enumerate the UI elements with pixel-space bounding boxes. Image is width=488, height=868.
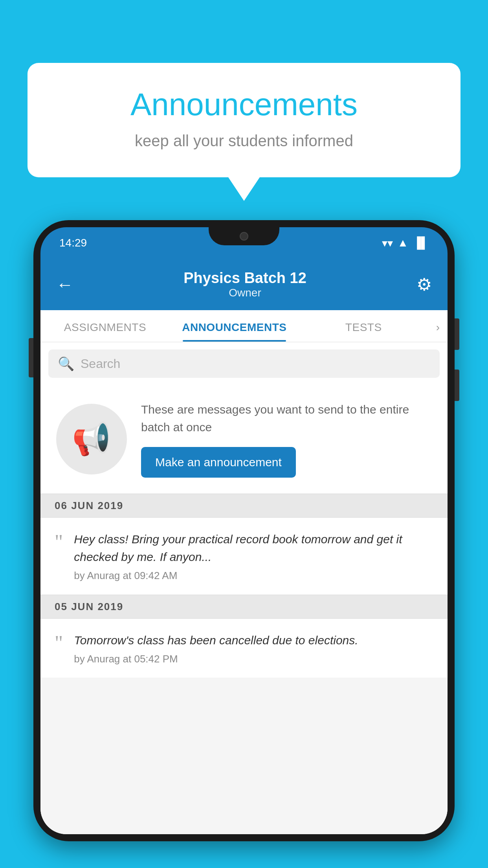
volume-button xyxy=(29,338,33,377)
wifi-icon: ▾▾ xyxy=(382,237,393,250)
content-area: 🔍 Search 📢 These are messages you want t… xyxy=(40,342,448,834)
announcement-item-2: " Tomorrow's class has been cancelled du… xyxy=(40,619,448,678)
header-title-group: Physics Batch 12 Owner xyxy=(73,270,416,299)
speech-bubble-subtitle: keep all your students informed xyxy=(59,132,429,150)
speech-bubble-container: Announcements keep all your students inf… xyxy=(28,63,460,201)
tab-tests[interactable]: TESTS xyxy=(299,310,428,342)
status-time: 14:29 xyxy=(59,237,87,249)
search-placeholder: Search xyxy=(81,357,120,371)
signal-icon: ▲ xyxy=(398,237,409,249)
app-header: ← Physics Batch 12 Owner ⚙ xyxy=(40,259,448,310)
announcement-meta-2: by Anurag at 05:42 PM xyxy=(74,653,433,665)
power-button-bottom xyxy=(455,370,459,401)
announcement-message-2: Tomorrow's class has been cancelled due … xyxy=(74,631,433,649)
make-announcement-button[interactable]: Make an announcement xyxy=(141,447,296,478)
status-bar: 14:29 ▾▾ ▲ ▐▌ xyxy=(40,227,448,259)
tab-assignments[interactable]: ASSIGNMENTS xyxy=(40,310,170,342)
announcement-icon-circle: 📢 xyxy=(56,404,127,474)
search-container: 🔍 Search xyxy=(40,342,448,385)
quote-icon-1: " xyxy=(55,532,63,552)
battery-icon: ▐▌ xyxy=(413,237,429,249)
announcement-prompt-card: 📢 These are messages you want to send to… xyxy=(40,385,448,494)
announcement-prompt-text: These are messages you want to send to t… xyxy=(141,401,432,478)
tab-more[interactable]: › xyxy=(428,310,448,342)
search-icon: 🔍 xyxy=(58,356,74,371)
phone-container: 14:29 ▾▾ ▲ ▐▌ ← Physics Batch 12 Owner ⚙ xyxy=(33,220,455,868)
date-separator-1: 06 JUN 2019 xyxy=(40,494,448,518)
announcement-content-2: Tomorrow's class has been cancelled due … xyxy=(74,631,433,665)
header-title: Physics Batch 12 xyxy=(73,270,416,287)
power-button-top xyxy=(455,318,459,350)
phone-screen: ← Physics Batch 12 Owner ⚙ ASSIGNMENTS A… xyxy=(40,259,448,834)
announcement-content-1: Hey class! Bring your practical record b… xyxy=(74,530,433,582)
settings-button[interactable]: ⚙ xyxy=(416,274,432,294)
prompt-description: These are messages you want to send to t… xyxy=(141,401,432,436)
announcement-meta-1: by Anurag at 09:42 AM xyxy=(74,570,433,582)
date-separator-2: 05 JUN 2019 xyxy=(40,595,448,619)
megaphone-icon: 📢 xyxy=(72,421,111,458)
speech-bubble-tail xyxy=(228,177,260,201)
back-button[interactable]: ← xyxy=(56,275,73,294)
status-icons: ▾▾ ▲ ▐▌ xyxy=(382,237,429,250)
quote-icon-2: " xyxy=(55,633,63,653)
tabs-bar: ASSIGNMENTS ANNOUNCEMENTS TESTS › xyxy=(40,310,448,342)
camera-dot xyxy=(240,232,248,241)
announcement-message-1: Hey class! Bring your practical record b… xyxy=(74,530,433,566)
speech-bubble: Announcements keep all your students inf… xyxy=(28,63,460,177)
speech-bubble-title: Announcements xyxy=(59,86,429,123)
search-bar[interactable]: 🔍 Search xyxy=(48,349,440,378)
phone-notch xyxy=(209,227,279,245)
header-subtitle: Owner xyxy=(73,287,416,299)
phone-outer: 14:29 ▾▾ ▲ ▐▌ ← Physics Batch 12 Owner ⚙ xyxy=(33,220,455,841)
tab-announcements[interactable]: ANNOUNCEMENTS xyxy=(170,310,299,342)
announcement-item-1: " Hey class! Bring your practical record… xyxy=(40,518,448,595)
